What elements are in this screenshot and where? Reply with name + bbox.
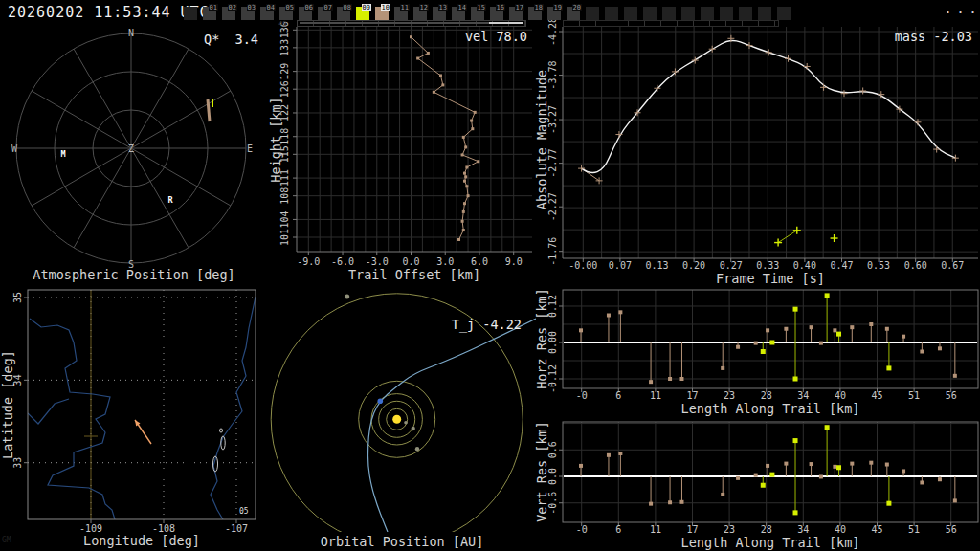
frame-slot-blank: [739, 7, 752, 20]
frame-button-01[interactable]: 01: [203, 7, 216, 20]
svg-text:0.13: 0.13: [645, 260, 668, 271]
svg-text:-0.00: -0.00: [568, 260, 597, 271]
frame-button-10[interactable]: 10: [375, 7, 389, 20]
timeline-scrubber-secondary[interactable]: [563, 20, 779, 27]
frame-button-04[interactable]: 04: [260, 7, 274, 20]
mag-xlabel: Frame Time [s]: [563, 271, 978, 286]
trail-xlabel: Trail Offset [km]: [297, 267, 532, 282]
frame-button-15[interactable]: 15: [471, 7, 484, 20]
q-stat: Q* 3.4: [105, 32, 258, 47]
svg-text:0.47: 0.47: [830, 260, 853, 271]
scrubber-progress: [300, 22, 489, 24]
frame-number-label: 19: [553, 4, 563, 11]
frame-button-19[interactable]: 19: [547, 7, 561, 20]
frame-number-label: 12: [419, 4, 429, 11]
map-station-label: 05: [239, 508, 249, 516]
svg-text:17: 17: [686, 390, 698, 401]
svg-text:0.60: 0.60: [904, 260, 927, 271]
frame-button-09[interactable]: 09: [356, 7, 369, 20]
mass-stat: mass -2.03: [819, 29, 972, 44]
frame-button-02[interactable]: 02: [222, 7, 235, 20]
frame-button-03[interactable]: 03: [241, 7, 255, 20]
frame-number-label: 06: [304, 4, 314, 11]
svg-text:M: M: [60, 149, 65, 159]
trail-ylabel: Height [km]: [268, 63, 283, 216]
svg-text:W: W: [11, 143, 18, 154]
svg-text:E: E: [247, 143, 253, 154]
frame-button-14[interactable]: 14: [452, 7, 465, 20]
frame-slot-blank: [662, 7, 676, 20]
svg-text:35: 35: [12, 292, 23, 303]
map-plot: -109-108-107353433: [12, 290, 256, 534]
frame-slot-blank: [720, 7, 733, 20]
svg-text:-3.0: -3.0: [366, 256, 389, 267]
frame-slot-blank: [681, 7, 695, 20]
frame-number-label: 14: [457, 4, 467, 11]
frame-slot-blank: [605, 7, 618, 20]
svg-text:0.33: 0.33: [756, 260, 779, 271]
svg-text:0.20: 0.20: [682, 260, 705, 271]
svg-text:-0: -0: [576, 524, 588, 535]
frame-button-11[interactable]: 11: [394, 7, 408, 20]
svg-text:34: 34: [797, 524, 809, 535]
orbital-title: Orbital Position [AU]: [268, 534, 536, 549]
svg-text:-6.0: -6.0: [331, 256, 354, 267]
horz-res-ylabel: Horz Res [km]: [534, 262, 549, 415]
overflow-menu-button[interactable]: ...: [944, 0, 980, 17]
frame-number-label: 03: [247, 4, 256, 11]
frame-button-20[interactable]: 20: [567, 7, 580, 20]
frame-number-label: 04: [266, 4, 276, 11]
svg-text:28: 28: [761, 390, 772, 401]
svg-text:34: 34: [797, 390, 809, 401]
frame-slot-blank: [586, 7, 599, 20]
frame-button-18[interactable]: 18: [528, 7, 542, 20]
svg-text:-9.0: -9.0: [297, 256, 320, 267]
svg-text:40: 40: [835, 524, 846, 535]
svg-text:0.40: 0.40: [793, 260, 816, 271]
svg-text:11: 11: [650, 524, 661, 535]
map-xlabel: Longitude [deg]: [28, 533, 256, 548]
frame-button-05[interactable]: 05: [279, 7, 293, 20]
polar-title: Atmospheric Position [deg]: [0, 267, 268, 282]
frame-slot-blank: [777, 7, 791, 20]
svg-text:9.0: 9.0: [505, 256, 523, 267]
svg-text:101: 101: [279, 229, 290, 246]
sun-dot: [392, 415, 401, 424]
svg-text:56: 56: [946, 524, 957, 535]
svg-text:6.0: 6.0: [471, 256, 488, 267]
timeline-scrubber[interactable]: [297, 20, 526, 27]
watermark: GM: [2, 536, 11, 544]
earth-dot: [378, 399, 384, 405]
frame-button-17[interactable]: 17: [509, 7, 523, 20]
frame-number-label: 16: [496, 4, 505, 11]
frame-number-label: 11: [400, 4, 410, 11]
svg-text:40: 40: [835, 390, 846, 401]
frame-button-12[interactable]: 12: [413, 7, 427, 20]
svg-text:6: 6: [615, 390, 621, 401]
mag-ylabel: Absolute Magnitude: [534, 63, 549, 216]
svg-text:23: 23: [724, 390, 735, 401]
horz-residual-plot: -061117232834404551560.120.00-0.12: [547, 290, 978, 401]
frame-number-label: 20: [572, 4, 582, 11]
trail-offset-plot: -9.0-6.0-3.00.03.06.09.01361331291261221…: [279, 21, 532, 267]
svg-text:51: 51: [908, 524, 920, 535]
frame-button-07[interactable]: 07: [318, 7, 331, 20]
frame-button-08[interactable]: 08: [337, 7, 350, 20]
map-ylabel: Latitude [deg]: [0, 328, 15, 481]
planet-dot-mars: [415, 447, 419, 451]
frame-slot-blank: [184, 7, 197, 20]
frame-button-13[interactable]: 13: [433, 7, 446, 20]
frame-button-16[interactable]: 16: [490, 7, 503, 20]
svg-text:51: 51: [908, 390, 920, 401]
scrub-note: 49: [278, 20, 286, 28]
svg-text:17: 17: [686, 524, 698, 535]
horz-res-xlabel: Length Along Trail [km]: [563, 401, 978, 416]
svg-text:11: 11: [650, 390, 661, 401]
vert-res-ylabel: Vert Res [km]: [534, 395, 549, 548]
svg-text:45: 45: [871, 524, 882, 535]
frame-number-label: 09: [362, 4, 371, 11]
frame-slot-blank: [701, 7, 714, 20]
frame-button-06[interactable]: 06: [299, 7, 312, 20]
frame-number-label: 08: [343, 4, 352, 11]
svg-text:0.07: 0.07: [609, 260, 632, 271]
